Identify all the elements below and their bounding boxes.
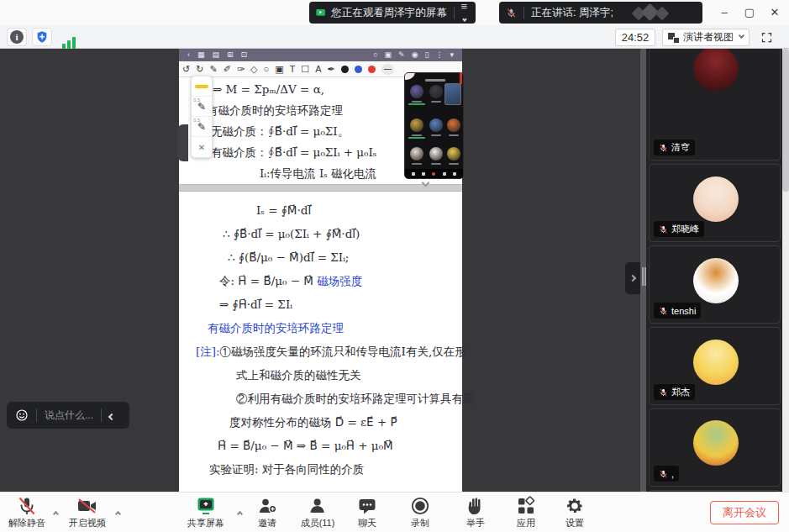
ink-color-swatch[interactable] [355, 66, 362, 73]
highlighter-icon[interactable]: ✐ [224, 61, 231, 77]
phone-avatar [410, 147, 423, 161]
pen-tool-2[interactable]: 0.5 ✎ [192, 117, 212, 137]
grid-view-icon[interactable]: ▦ [197, 49, 205, 61]
settings-button[interactable]: 设置 [565, 496, 585, 529]
avatar [693, 49, 739, 92]
participant-tile[interactable]: , [649, 408, 781, 487]
titlebar: 您正在观看周泽宇的屏幕 ≡ 正在讲话: 周泽宇; – ▢ ✕ [0, 0, 789, 25]
back-icon[interactable]: ‹ [187, 49, 190, 61]
shapes-icon[interactable]: ☐ [301, 61, 309, 77]
watching-banner-text: 您正在观看周泽宇的屏幕 [331, 6, 447, 20]
lasso-icon[interactable]: ○ [264, 61, 270, 77]
invite-button[interactable]: 邀请 [257, 496, 277, 529]
phone-edge-fragment [460, 72, 462, 84]
stroke-width-option[interactable] [381, 64, 394, 75]
participant-tile[interactable]: 清穹 [649, 49, 781, 161]
handwriting-line: Iₛ = ∮M⃗·dl⃗ [179, 198, 462, 222]
muted-mic-icon [17, 496, 37, 516]
more-icon[interactable]: ⋮ [435, 49, 443, 61]
shared-screen: ‹▦▤⊞⊡ ○▣✎◉▯⋮▾ ↺↻✎✐✑◇○▣T☐A✒ ⇒ M = Σpₘ/ΔV … [179, 49, 462, 492]
collapse-icon[interactable]: ▾ [450, 49, 454, 61]
start-video-button[interactable]: 开启视频 [69, 496, 106, 529]
record-button[interactable]: 录制 [410, 496, 430, 529]
handwriting-line: 实验证明: 对于各向同性的介质 [179, 457, 462, 481]
chat-input[interactable]: 说点什么... [45, 408, 93, 423]
pen-tool-1[interactable]: 0.5 ✎ [192, 97, 212, 117]
participant-name: , [671, 469, 674, 479]
handwriting-line: ∴ ∮B⃗·dl⃗ = μ₀(ΣIᵢ + ∮M⃗·dl⃗) [179, 222, 462, 245]
security-button[interactable] [32, 28, 52, 46]
maximize-button[interactable]: ▢ [738, 0, 761, 24]
laser-icon[interactable]: ◉ [412, 49, 418, 61]
banner-menu-button[interactable]: ≡ [461, 0, 469, 25]
share-options-button[interactable] [238, 504, 242, 519]
handwriting-line: 式上和磁介质的磁性无关 [179, 363, 462, 387]
participant-tile[interactable]: 郑杰 [649, 327, 781, 405]
ballpoint-icon[interactable]: ✑ [237, 61, 245, 77]
eraser-icon[interactable]: ◇ [250, 61, 257, 77]
avatar [693, 420, 739, 466]
duplicate-page-icon[interactable]: ⊡ [241, 49, 248, 61]
fountain-pen-icon[interactable]: ✒ [328, 61, 335, 77]
participant-badge: tenshi [654, 303, 701, 319]
ink-color-swatch[interactable] [368, 66, 376, 73]
annotate-icon[interactable]: ✎ [398, 49, 405, 61]
collapse-chat-button[interactable] [109, 408, 114, 423]
leave-meeting-button[interactable]: 离开会议 [710, 501, 779, 524]
text-recognize-icon[interactable]: A [315, 61, 321, 77]
redo-icon[interactable]: ↻ [196, 61, 203, 77]
close-icon: ✕ [198, 143, 205, 152]
share-screen-button[interactable]: 共享屏幕 [187, 496, 224, 529]
insert-text-icon[interactable]: T [290, 61, 296, 77]
view-mode-selector[interactable]: 演讲者视图 [662, 29, 750, 46]
insert-image-icon[interactable]: ▣ [275, 61, 283, 77]
meeting-info-button[interactable]: i [7, 28, 27, 46]
divider-grip [642, 267, 644, 286]
search-icon[interactable]: ○ [373, 49, 377, 61]
scrollbar-thumb[interactable] [782, 49, 789, 192]
participant-tile[interactable]: tenshi [649, 245, 781, 324]
raise-hand-button[interactable]: 举手 [466, 496, 486, 529]
emoji-button[interactable] [15, 408, 29, 422]
members-button[interactable]: 成员(11) [301, 496, 335, 529]
meeting-timer: 24:52 [615, 29, 655, 46]
close-palette-button[interactable]: ✕ [192, 137, 212, 157]
minimize-button[interactable]: – [713, 0, 736, 24]
undo-icon[interactable]: ↺ [182, 61, 190, 77]
sidebar-expand-handle[interactable] [625, 262, 640, 294]
mic-options-button[interactable] [54, 504, 58, 519]
divider [523, 7, 524, 19]
divider [36, 408, 37, 422]
speaking-banner: 正在讲话: 周泽宇; [499, 2, 702, 24]
phone-mirror-icon[interactable]: ▯ [425, 49, 429, 61]
phone-avatar [447, 119, 460, 132]
pencil-icon[interactable]: ✎ [209, 61, 217, 77]
unmute-button[interactable]: 解除静音 [8, 496, 45, 529]
participant-badge: , [654, 466, 679, 482]
watching-banner: 您正在观看周泽宇的屏幕 ≡ [309, 2, 476, 24]
close-button[interactable]: ✕ [763, 0, 786, 24]
palette-drawer-tab[interactable] [177, 124, 188, 161]
phone-avatar [410, 85, 423, 98]
outline-icon[interactable]: ▤ [213, 49, 220, 61]
record-icon [410, 496, 430, 516]
handwriting-line: ②利用有磁介质时的安培环路定理可计算具有高 [179, 387, 462, 410]
muted-mic-icon [506, 7, 517, 19]
fullscreen-button[interactable] [757, 29, 776, 46]
divider [454, 7, 455, 19]
add-page-icon[interactable]: ⊞ [227, 49, 234, 61]
sidebar-scrollbar[interactable] [782, 49, 789, 492]
camera-options-button[interactable] [116, 504, 120, 519]
avatar [693, 258, 739, 303]
participant-name: 清穹 [671, 141, 690, 154]
raise-hand-icon [466, 496, 486, 516]
handwriting-line: 度对称性分布的磁场 D⃗ = εE⃗ + P⃗ [179, 410, 462, 434]
highlighter-color-swatch[interactable] [192, 76, 212, 97]
template-icon[interactable]: ▣ [385, 49, 392, 61]
muted-mic-icon [659, 224, 668, 234]
apps-button[interactable]: 应用 [516, 496, 536, 529]
phone-avatar [410, 119, 423, 132]
participant-tile[interactable]: 郑晓峰 [649, 164, 781, 242]
chat-button[interactable]: 聊天 [357, 496, 377, 529]
ink-color-swatch[interactable] [341, 66, 349, 73]
